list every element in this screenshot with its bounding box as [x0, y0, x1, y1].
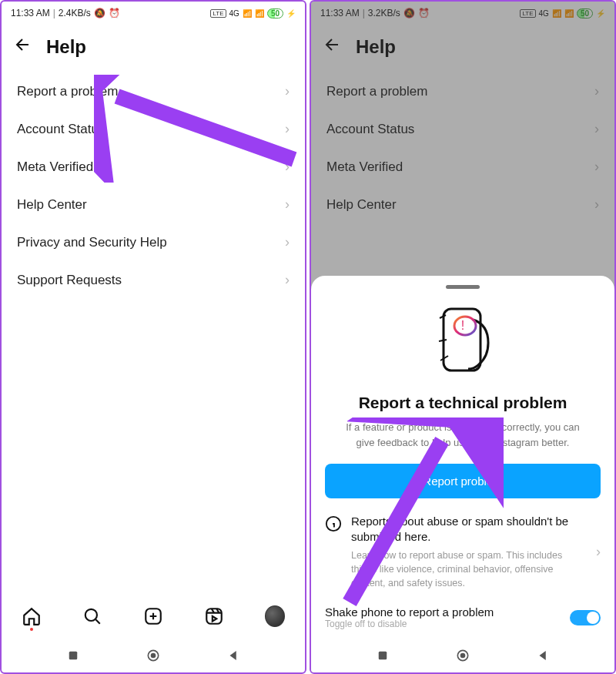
menu-account-status[interactable]: Account Status ›: [2, 110, 305, 148]
shake-toggle-row: Shake phone to report a problem Toggle o…: [311, 590, 614, 634]
back-button[interactable]: [225, 647, 242, 664]
info-icon: [325, 515, 342, 535]
system-nav: [311, 639, 614, 672]
battery-icon: 50: [267, 8, 283, 18]
back-button[interactable]: [534, 647, 551, 664]
shake-subtitle: Toggle off to disable: [325, 619, 494, 629]
svg-text:!: !: [461, 319, 464, 332]
volte-icon: LTE: [210, 9, 226, 18]
screenshot-right: 11:33 AM | 3.2KB/s 🔕 ⏰ LTE 4G 📶 📶 50 ⚡ H…: [310, 0, 616, 674]
help-menu: Report a problem › Account Status › Meta…: [2, 72, 305, 594]
menu-label: Support Requests: [17, 273, 122, 288]
menu-label: Privacy and Security Help: [17, 235, 167, 250]
abuse-title: Reports about abuse or spam shouldn't be…: [351, 514, 587, 545]
status-bar: 11:33 AM | 2.4KB/s 🔕 ⏰ LTE 4G 📶 📶 50 ⚡: [2, 2, 305, 25]
chevron-right-icon: ›: [285, 121, 290, 137]
chevron-right-icon: ›: [596, 544, 601, 560]
report-bottom-sheet: ! Report a technical problem If a featur…: [311, 276, 614, 672]
status-time: 11:33 AM: [11, 8, 50, 18]
menu-label: Meta Verified: [17, 159, 93, 175]
shake-title: Shake phone to report a problem: [325, 605, 494, 619]
drag-handle[interactable]: [446, 285, 480, 289]
sheet-subtitle: If a feature or product isn't working co…: [311, 420, 614, 464]
home-button[interactable]: [145, 647, 162, 664]
net-icon: 4G: [229, 9, 239, 18]
menu-label: Help Center: [17, 197, 87, 213]
report-problem-button[interactable]: Report problem: [325, 464, 601, 498]
page-header: Help: [2, 25, 305, 72]
home-icon[interactable]: [22, 606, 42, 626]
svg-point-12: [461, 654, 465, 658]
abuse-desc: Learn how to report abuse or spam. This …: [351, 545, 587, 590]
menu-help-center[interactable]: Help Center ›: [2, 186, 305, 223]
chevron-right-icon: ›: [285, 234, 290, 250]
profile-icon[interactable]: [265, 606, 285, 626]
reels-icon[interactable]: [204, 606, 224, 626]
svg-point-5: [152, 654, 156, 658]
recents-button[interactable]: [65, 647, 82, 664]
chevron-right-icon: ›: [285, 159, 290, 175]
status-speed: 2.4KB/s: [59, 8, 91, 18]
home-button[interactable]: [454, 647, 471, 664]
chevron-right-icon: ›: [285, 272, 290, 288]
recents-button[interactable]: [374, 647, 391, 664]
mute-icon: 🔕: [94, 8, 105, 18]
menu-label: Account Status: [17, 122, 105, 137]
svg-rect-10: [379, 652, 387, 660]
shake-toggle[interactable]: [570, 610, 601, 625]
svg-rect-3: [69, 652, 78, 660]
search-icon[interactable]: [82, 606, 102, 626]
screenshot-left: 11:33 AM | 2.4KB/s 🔕 ⏰ LTE 4G 📶 📶 50 ⚡ H…: [0, 0, 306, 674]
menu-report-problem[interactable]: Report a problem ›: [2, 72, 305, 110]
chevron-right-icon: ›: [285, 83, 290, 99]
new-post-icon[interactable]: [143, 606, 163, 626]
signal2-icon: 📶: [255, 9, 264, 18]
svg-rect-2: [206, 609, 222, 624]
menu-support-requests[interactable]: Support Requests ›: [2, 261, 305, 299]
menu-label: Report a problem: [17, 84, 118, 99]
alarm-icon: ⏰: [109, 8, 120, 18]
signal-icon: 📶: [243, 9, 252, 18]
bottom-nav: [2, 594, 305, 639]
svg-point-0: [85, 609, 97, 621]
chevron-right-icon: ›: [285, 196, 290, 213]
menu-privacy-security[interactable]: Privacy and Security Help ›: [2, 223, 305, 261]
menu-meta-verified[interactable]: Meta Verified ›: [2, 148, 305, 186]
system-nav: [2, 639, 305, 672]
sheet-illustration: !: [311, 297, 614, 389]
page-title: Help: [46, 36, 86, 58]
abuse-notice-row[interactable]: Reports about abuse or spam shouldn't be…: [311, 498, 614, 590]
charge-icon: ⚡: [286, 9, 296, 18]
back-icon[interactable]: [14, 35, 32, 59]
sheet-title: Report a technical problem: [311, 389, 614, 420]
